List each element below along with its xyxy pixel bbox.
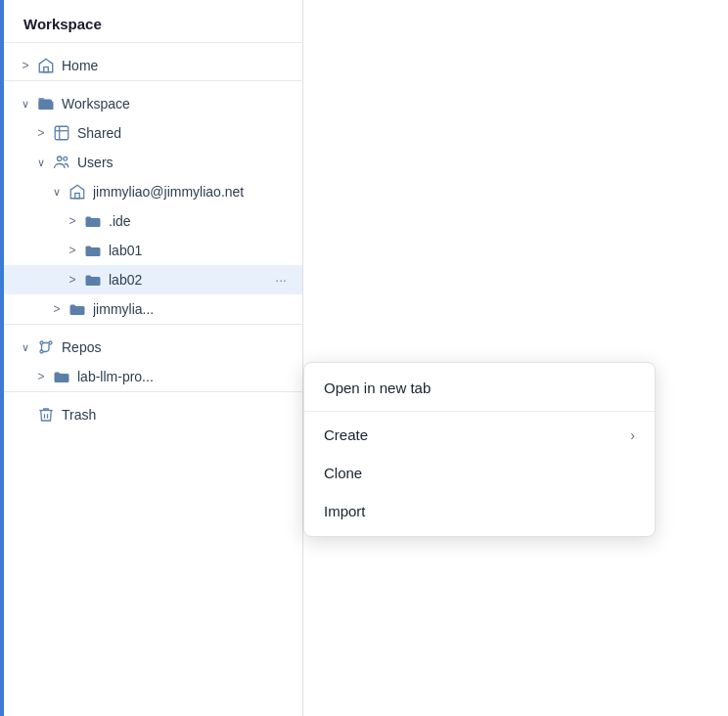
sidebar-item-lab-llm[interactable]: lab-llm-pro... <box>4 362 302 391</box>
lab02-folder-icon <box>82 270 104 290</box>
lab-llm-folder-icon <box>51 367 72 386</box>
ide-label: .ide <box>109 213 295 229</box>
sidebar: Workspace Home W <box>0 0 303 716</box>
sidebar-item-jimmyliao[interactable]: jimmyliao@jimmyliao.net <box>4 177 302 206</box>
divider-1 <box>4 80 302 81</box>
users-label: Users <box>77 155 295 170</box>
menu-item-create[interactable]: Create › <box>304 416 655 454</box>
chevron-workspace <box>16 94 35 113</box>
import-label: Import <box>324 503 366 519</box>
lab01-folder-icon <box>82 241 104 260</box>
chevron-repos <box>16 337 35 357</box>
menu-item-clone[interactable]: Clone <box>304 454 655 492</box>
divider-3 <box>4 391 302 392</box>
sidebar-item-users[interactable]: Users <box>4 148 302 177</box>
workspace-folder-icon <box>35 94 57 113</box>
chevron-lab02 <box>63 270 82 290</box>
chevron-jimmyliao2 <box>47 299 67 319</box>
svg-point-10 <box>40 350 43 353</box>
svg-point-5 <box>58 157 63 161</box>
divider-2 <box>4 324 302 325</box>
context-menu: Open in new tab Create › Clone Import <box>303 362 656 537</box>
chevron-trash-empty <box>16 405 35 425</box>
svg-rect-0 <box>44 67 49 72</box>
menu-item-open-new-tab[interactable]: Open in new tab <box>304 369 655 407</box>
sidebar-content: Workspace Home W <box>0 0 302 429</box>
chevron-shared <box>31 123 51 143</box>
jimmyliao2-folder-icon <box>67 299 88 319</box>
menu-item-import[interactable]: Import <box>304 492 655 530</box>
create-label: Create <box>324 426 368 443</box>
create-arrow-icon: › <box>630 427 635 443</box>
sidebar-item-jimmyliao2[interactable]: jimmylia... <box>4 294 302 324</box>
trash-icon <box>35 405 57 425</box>
lab01-label: lab01 <box>109 243 295 258</box>
svg-point-8 <box>40 341 43 344</box>
chevron-users <box>31 153 51 172</box>
jimmyliao2-label: jimmylia... <box>93 301 295 317</box>
shared-icon <box>51 123 72 143</box>
chevron-jimmyliao <box>47 182 67 201</box>
open-new-tab-label: Open in new tab <box>324 380 431 396</box>
svg-rect-2 <box>55 126 68 140</box>
jimmyliao-label: jimmyliao@jimmyliao.net <box>93 184 295 200</box>
home-label: Home <box>62 58 295 73</box>
repos-label: Repos <box>62 339 295 355</box>
sidebar-item-home[interactable]: Home <box>4 51 302 80</box>
users-icon <box>51 153 72 172</box>
sidebar-item-ide[interactable]: .ide <box>4 206 302 236</box>
sidebar-item-workspace[interactable]: Workspace <box>4 89 302 118</box>
workspace-label: Workspace <box>62 96 295 112</box>
sidebar-item-trash[interactable]: Trash <box>4 400 302 429</box>
divider-top <box>4 42 302 43</box>
chevron-lab01 <box>63 241 82 260</box>
lab02-label: lab02 <box>109 272 267 288</box>
chevron-home <box>16 56 35 75</box>
home-icon <box>35 56 57 75</box>
svg-point-6 <box>64 157 68 160</box>
ide-folder-icon <box>82 211 104 231</box>
sidebar-title: Workspace <box>4 0 302 42</box>
clone-label: Clone <box>324 465 362 481</box>
chevron-ide <box>63 211 82 231</box>
trash-label: Trash <box>62 407 295 423</box>
sidebar-item-lab01[interactable]: lab01 <box>4 236 302 265</box>
user-home-icon <box>67 182 88 201</box>
svg-rect-1 <box>39 102 54 110</box>
sidebar-item-repos[interactable]: Repos <box>4 333 302 362</box>
menu-divider <box>304 411 655 412</box>
repos-icon <box>35 337 57 357</box>
svg-point-9 <box>49 341 52 344</box>
lab-llm-label: lab-llm-pro... <box>77 369 295 384</box>
sidebar-item-lab02[interactable]: lab02 ··· <box>4 265 302 294</box>
svg-rect-7 <box>75 194 80 199</box>
chevron-lab-llm <box>31 367 51 386</box>
shared-label: Shared <box>77 125 295 141</box>
more-button-lab02[interactable]: ··· <box>267 272 295 288</box>
sidebar-item-shared[interactable]: Shared <box>4 118 302 148</box>
